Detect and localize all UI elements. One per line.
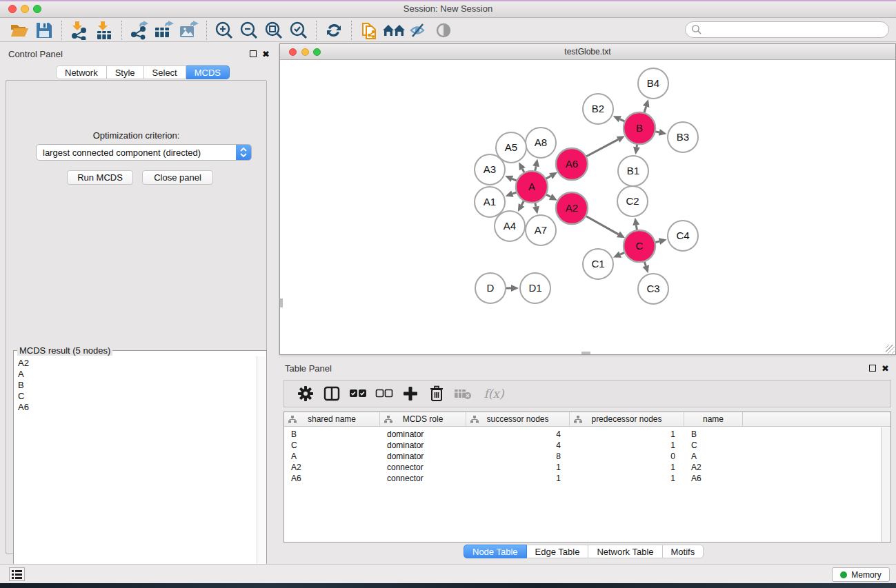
graph-node-C3[interactable]: C3	[638, 274, 668, 304]
save-session-icon[interactable]	[32, 20, 57, 41]
graph-node-A[interactable]: A	[516, 171, 548, 203]
close-panel-button[interactable]: Close panel	[142, 170, 213, 185]
table-row[interactable]: Bdominator41B	[284, 429, 881, 440]
run-mcds-button[interactable]: Run MCDS	[67, 170, 133, 185]
export-network-icon[interactable]	[127, 20, 152, 41]
result-list-item[interactable]: B	[18, 380, 257, 391]
import-network-icon[interactable]	[67, 20, 92, 41]
close-table-panel-icon[interactable]: ✖	[882, 365, 889, 372]
export-image-icon[interactable]	[177, 20, 201, 41]
graph-node-C2[interactable]: C2	[617, 186, 648, 216]
criterion-dropdown[interactable]: largest connected component (directed)	[36, 144, 252, 161]
cell-name[interactable]: A6	[684, 474, 743, 483]
result-list-item[interactable]: A6	[18, 402, 257, 413]
show-column-panel-icon[interactable]	[319, 382, 345, 405]
table-row[interactable]: Adominator80A	[284, 451, 881, 462]
graph-node-C[interactable]: C	[624, 230, 655, 262]
cell-shared-name[interactable]: C	[284, 440, 380, 450]
cell-shared-name[interactable]: A	[284, 452, 380, 461]
graph-edge-A-A3[interactable]	[505, 176, 517, 182]
deselect-all-columns-icon[interactable]	[371, 382, 397, 405]
float-table-panel-icon[interactable]	[869, 365, 876, 372]
graph-node-C4[interactable]: C4	[668, 221, 698, 251]
column-header-predecessor-nodes[interactable]: predecessor nodes	[570, 412, 684, 426]
tab-network-table[interactable]: Network Table	[588, 545, 662, 558]
table-settings-gear-icon[interactable]	[292, 382, 319, 405]
graph-node-B2[interactable]: B2	[583, 94, 613, 124]
export-table-icon[interactable]	[152, 20, 177, 41]
graph-node-A3[interactable]: A3	[475, 154, 505, 185]
graph-node-B1[interactable]: B1	[618, 156, 648, 186]
graph-node-A6[interactable]: A6	[556, 148, 588, 180]
graph-edge-A-A5[interactable]	[519, 162, 526, 172]
result-list-item[interactable]: A	[18, 369, 257, 380]
graph-edge-A-A8[interactable]	[532, 159, 539, 172]
table-scrollbar[interactable]	[881, 427, 890, 542]
graph-edge-B-B1[interactable]	[633, 144, 640, 154]
duplicate-network-icon[interactable]	[357, 20, 381, 41]
import-table-icon[interactable]	[92, 20, 117, 41]
column-header-shared-name[interactable]: shared name	[284, 412, 380, 426]
graph-edge-A-A4[interactable]	[518, 201, 525, 212]
cell-mcds-role[interactable]: dominator	[380, 429, 466, 439]
delete-column-icon[interactable]	[424, 382, 450, 405]
horizontal-scroll-nub[interactable]	[581, 352, 590, 354]
graph-edge-A-A6[interactable]	[546, 172, 557, 179]
graph-edge-B-B2[interactable]	[613, 116, 625, 122]
tab-select[interactable]: Select	[144, 65, 186, 79]
tab-node-table[interactable]: Node Table	[464, 545, 527, 558]
select-all-columns-icon[interactable]	[345, 382, 371, 405]
cell-predecessor-nodes[interactable]: 1	[570, 429, 684, 439]
graph-edge-A-A1[interactable]	[506, 190, 517, 196]
cell-successor-nodes[interactable]: 4	[466, 440, 570, 450]
close-panel-icon[interactable]: ✖	[262, 51, 270, 58]
result-list-scrollbar[interactable]	[257, 356, 266, 587]
resize-grip-icon[interactable]	[886, 345, 895, 354]
cell-name[interactable]: A2	[684, 463, 743, 472]
cell-shared-name[interactable]: A6	[284, 474, 380, 483]
graph-node-B3[interactable]: B3	[668, 122, 698, 152]
task-history-list-icon[interactable]	[9, 567, 25, 581]
cell-mcds-role[interactable]: dominator	[380, 440, 466, 450]
cell-successor-nodes[interactable]: 8	[466, 452, 570, 461]
cell-shared-name[interactable]: B	[284, 429, 380, 439]
graph-edge-C-C1[interactable]	[613, 251, 625, 257]
graph-edge-A-A2[interactable]	[546, 194, 557, 201]
tab-style[interactable]: Style	[107, 65, 144, 79]
table-row[interactable]: A2connector11A2	[284, 462, 881, 473]
create-column-icon[interactable]	[397, 382, 424, 405]
cell-shared-name[interactable]: A2	[284, 463, 380, 472]
cell-mcds-role[interactable]: connector	[380, 463, 466, 472]
open-session-icon[interactable]	[7, 20, 32, 41]
cell-successor-nodes[interactable]: 1	[466, 474, 570, 483]
zoom-in-icon[interactable]	[212, 20, 237, 41]
column-header-successor-nodes[interactable]: successor nodes	[466, 412, 570, 426]
column-header-mcds-role[interactable]: MCDS role	[380, 412, 466, 426]
graph-edge-B-B4[interactable]	[643, 99, 650, 113]
vertical-scroll-nub[interactable]	[280, 298, 283, 307]
graph-edge-C-C4[interactable]	[655, 238, 666, 245]
graph-node-B4[interactable]: B4	[638, 68, 668, 99]
homes-icon[interactable]	[381, 20, 406, 41]
mcds-result-list[interactable]: A2ABCA6	[14, 356, 257, 587]
tab-network[interactable]: Network	[56, 65, 107, 79]
network-canvas[interactable]: B4B2BB3A8A5A6A3B1AC2A1A2A4A7C4CC1DD1C3	[280, 61, 895, 354]
network-graph[interactable]: B4B2BB3A8A5A6A3B1AC2A1A2A4A7C4CC1DD1C3	[280, 61, 895, 354]
memory-button[interactable]: Memory	[832, 567, 890, 582]
graph-edge-D-D1[interactable]	[506, 285, 519, 292]
cell-mcds-role[interactable]: connector	[380, 474, 466, 483]
zoom-out-icon[interactable]	[237, 20, 261, 41]
graph-edge-B-B3[interactable]	[655, 129, 667, 136]
result-list-item[interactable]: C	[18, 391, 257, 402]
graph-node-B[interactable]: B	[624, 112, 655, 144]
graph-edge-A-A7[interactable]	[532, 203, 539, 214]
float-panel-icon[interactable]	[250, 50, 257, 57]
refresh-icon[interactable]	[321, 20, 346, 41]
graph-node-A7[interactable]: A7	[526, 215, 556, 245]
graph-node-A4[interactable]: A4	[495, 211, 525, 241]
tab-mcds[interactable]: MCDS	[186, 65, 230, 79]
zoom-selected-icon[interactable]	[286, 20, 311, 41]
cell-predecessor-nodes[interactable]: 1	[570, 474, 684, 483]
network-window-title-bar[interactable]: testGlobe.txt	[280, 44, 895, 60]
graph-node-D[interactable]: D	[475, 273, 506, 303]
